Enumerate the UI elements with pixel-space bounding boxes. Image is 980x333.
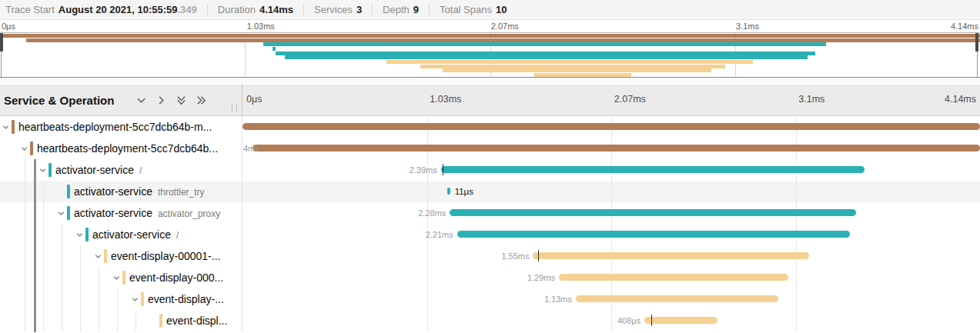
minimap-span-bar <box>420 65 725 68</box>
span-row[interactable]: event-display-...1.13ms <box>0 288 980 310</box>
tree-guide <box>80 267 81 288</box>
tree-guide <box>43 224 44 245</box>
row-collapse-icon[interactable] <box>94 252 102 261</box>
tree-guide <box>25 159 25 181</box>
tree-guide <box>99 288 99 310</box>
tree-guide <box>62 310 62 331</box>
minimap-left-scrubber[interactable] <box>0 33 3 52</box>
span-bar[interactable] <box>450 209 856 216</box>
span-bar-cell: 2.28ms <box>242 202 980 224</box>
service-operation-title: Service & Operation <box>4 94 114 107</box>
span-bar-cell: 408μs <box>242 310 980 331</box>
minimap-tick: 2.07ms <box>491 22 519 31</box>
tree-guide <box>25 245 25 267</box>
span-color-swatch <box>85 228 89 241</box>
span-operation-name: throttler_try <box>158 187 205 198</box>
services-value: 3 <box>356 4 362 15</box>
span-row[interactable]: activator-service/2.21ms <box>0 224 980 245</box>
row-collapse-icon[interactable] <box>57 209 65 218</box>
span-bar[interactable] <box>559 274 788 281</box>
span-row[interactable]: activator-servicethrottler_try11μs <box>0 181 980 202</box>
span-name-cell[interactable]: activator-service/ <box>0 159 242 181</box>
tree-guide <box>43 181 44 202</box>
minimap-tick: 3.1ms <box>736 22 759 31</box>
span-service-name: activator-serviceactivator_proxy <box>74 207 220 219</box>
tree-guide <box>25 202 25 224</box>
services-label: Services <box>314 4 353 15</box>
span-row[interactable]: heartbeats-deployment-5cc7dcb64b...4ms <box>0 138 980 159</box>
span-duration-label: 2.28ms <box>418 208 446 218</box>
span-duration-label: 1.55ms <box>501 251 529 261</box>
span-color-swatch <box>30 142 33 155</box>
span-service-name: activator-service/ <box>92 228 179 241</box>
span-bar[interactable] <box>447 188 450 195</box>
span-duration-label: 2.21ms <box>426 230 453 239</box>
span-row[interactable]: event-displ...408μs <box>0 310 980 331</box>
span-bar[interactable] <box>457 231 851 238</box>
service-operation-header: Service & Operation <box>0 85 242 115</box>
trace-start-label: Trace Start <box>5 4 55 15</box>
span-bar-cell <box>242 116 980 138</box>
span-color-swatch <box>12 120 15 134</box>
expand-all-icon[interactable] <box>196 95 207 106</box>
row-collapse-icon[interactable] <box>131 295 139 304</box>
tree-guide <box>25 288 25 310</box>
span-bar-cell: 2.39ms <box>242 159 980 181</box>
column-resizer[interactable] <box>232 104 237 112</box>
span-operation-name: / <box>139 165 142 176</box>
row-collapse-icon[interactable] <box>75 231 84 239</box>
minimap-canvas[interactable] <box>0 32 980 78</box>
tree-guide <box>25 224 25 245</box>
span-row[interactable]: heartbeats-deployment-5cc7dcb64b-m... <box>0 116 980 138</box>
row-collapse-icon[interactable] <box>20 145 28 153</box>
span-row[interactable]: event-display-00001-...1.55ms <box>0 245 980 267</box>
row-collapse-icon[interactable] <box>112 274 121 282</box>
minimap-span-bar <box>386 60 753 64</box>
collapse-one-icon[interactable] <box>135 95 147 106</box>
span-row[interactable]: event-display-000...1.29ms <box>0 267 980 288</box>
span-color-swatch <box>67 206 70 220</box>
tree-guide <box>43 267 44 288</box>
span-name-cell[interactable]: event-display-000... <box>0 267 242 288</box>
collapse-all-icon[interactable] <box>176 95 187 106</box>
span-name-cell[interactable]: event-display-00001-... <box>0 245 242 267</box>
timeline-tick: 3.1ms <box>798 94 824 105</box>
minimap-span-bar <box>0 34 980 38</box>
tree-guide <box>80 288 81 310</box>
tree-guide <box>117 288 118 310</box>
span-bar[interactable] <box>242 123 980 130</box>
span-name-cell[interactable]: activator-servicethrottler_try <box>0 181 242 202</box>
expand-one-icon[interactable] <box>156 95 167 106</box>
span-bar[interactable] <box>253 145 980 152</box>
span-name-cell[interactable]: activator-service/ <box>0 224 242 245</box>
span-service-name: event-display-... <box>148 293 224 305</box>
span-name-cell[interactable]: heartbeats-deployment-5cc7dcb64b-m... <box>0 116 242 138</box>
span-bar[interactable] <box>533 252 808 259</box>
minimap-span-bar <box>263 42 826 46</box>
span-color-swatch <box>122 271 125 285</box>
tree-guide <box>117 310 118 331</box>
depth-value: 9 <box>413 4 419 15</box>
timeline-tick: 2.07ms <box>614 94 646 105</box>
span-bar[interactable] <box>441 166 865 173</box>
span-bar[interactable] <box>576 295 778 302</box>
span-row[interactable]: activator-serviceactivator_proxy2.28ms <box>0 202 980 224</box>
services-group: Services 3 <box>303 4 372 15</box>
row-collapse-icon[interactable] <box>2 123 10 132</box>
minimap-right-scrubber[interactable] <box>975 33 978 52</box>
tree-guide <box>99 310 99 331</box>
span-row[interactable]: activator-service/2.39ms <box>0 159 980 181</box>
span-bar[interactable] <box>644 317 717 324</box>
span-name-cell[interactable]: activator-serviceactivator_proxy <box>0 202 242 224</box>
total-spans-group: Total Spans 10 <box>429 4 517 15</box>
span-name-cell[interactable]: heartbeats-deployment-5cc7dcb64b... <box>0 138 242 159</box>
row-collapse-icon[interactable] <box>38 166 47 175</box>
span-name-cell[interactable]: event-displ... <box>0 310 242 331</box>
span-name-cell[interactable]: event-display-... <box>0 288 242 310</box>
trace-start-value: August 20 2021, 10:55:59 <box>59 4 178 15</box>
span-service-name: heartbeats-deployment-5cc7dcb64b... <box>37 142 218 155</box>
minimap-tick: 0μs <box>2 22 15 31</box>
minimap-span-bar <box>26 38 980 42</box>
span-log-marker <box>651 315 652 326</box>
timeline-header-row: Service & Operation 0μs 1.03ms 2.07ms 3.… <box>0 85 980 116</box>
